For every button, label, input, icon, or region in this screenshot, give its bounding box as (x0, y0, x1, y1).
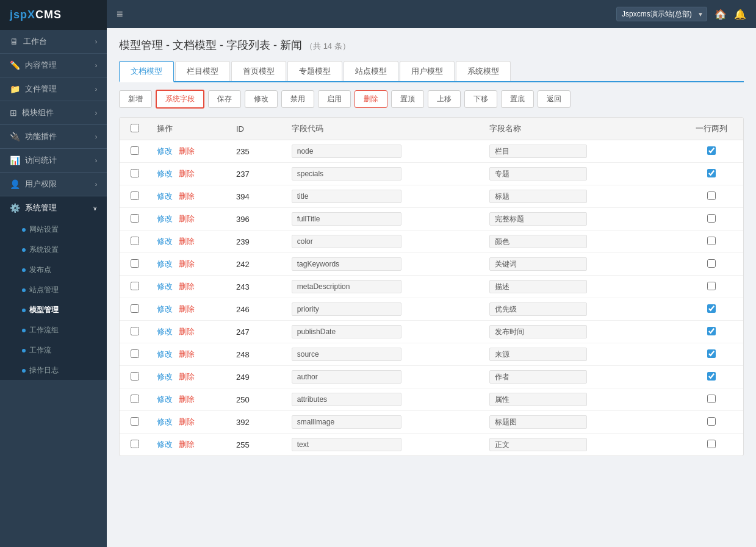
delete-button[interactable]: 删除 (355, 90, 387, 108)
sidebar-item-system[interactable]: ⚙️ 系统管理 ∨ (0, 196, 107, 220)
delete-link[interactable]: 删除 (179, 214, 195, 223)
select-all-checkbox[interactable] (131, 124, 139, 132)
delete-link[interactable]: 删除 (179, 169, 195, 178)
row-checkbox[interactable] (131, 304, 139, 313)
delete-link[interactable]: 删除 (179, 282, 195, 291)
sidebar-item-model-manage[interactable]: 模型管理 (0, 300, 107, 320)
system-field-button[interactable]: 系统字段 (156, 90, 204, 109)
row-checkbox[interactable] (131, 327, 139, 335)
field-code-input[interactable] (292, 348, 401, 361)
row-two-checkbox[interactable] (707, 327, 716, 335)
edit-link[interactable]: 修改 (157, 395, 173, 404)
row-checkbox[interactable] (131, 440, 139, 448)
field-name-input[interactable] (489, 370, 587, 384)
field-name-input[interactable] (489, 280, 587, 293)
bell-icon[interactable]: 🔔 (734, 9, 746, 20)
row-two-checkbox[interactable] (707, 304, 716, 313)
disable-button[interactable]: 禁用 (281, 90, 314, 108)
field-code-input[interactable] (292, 280, 401, 293)
edit-link[interactable]: 修改 (157, 304, 173, 313)
sidebar-group-stats[interactable]: 📊 访问统计 › (0, 149, 107, 173)
sidebar-item-site-manage[interactable]: 站点管理 (0, 280, 107, 300)
field-name-input[interactable] (489, 145, 587, 158)
edit-link[interactable]: 修改 (157, 327, 173, 336)
field-name-input[interactable] (489, 438, 587, 451)
delete-link[interactable]: 删除 (179, 349, 195, 359)
row-two-checkbox[interactable] (707, 146, 716, 155)
tab-user-model[interactable]: 用户模型 (400, 61, 455, 81)
site-selector[interactable]: Jspxcms演示站(总部) (616, 7, 707, 21)
field-name-input[interactable] (489, 167, 587, 181)
sidebar-group-system[interactable]: ⚙️ 系统管理 ∨ 网站设置 系统设置 发布点 站点管理 (0, 196, 107, 381)
delete-link[interactable]: 删除 (179, 304, 195, 313)
sidebar-item-content[interactable]: ✏️ 内容管理 › (0, 54, 107, 77)
field-code-input[interactable] (292, 393, 401, 406)
field-code-input[interactable] (292, 190, 401, 203)
enable-button[interactable]: 启用 (318, 90, 351, 108)
save-button[interactable]: 保存 (208, 90, 241, 108)
delete-link[interactable]: 删除 (179, 395, 195, 404)
sidebar-group-content[interactable]: ✏️ 内容管理 › (0, 54, 107, 77)
home-icon[interactable]: 🏠 (715, 9, 727, 20)
delete-link[interactable]: 删除 (179, 191, 195, 201)
edit-button[interactable]: 修改 (245, 90, 278, 108)
field-name-input[interactable] (489, 190, 587, 203)
edit-link[interactable]: 修改 (157, 282, 173, 291)
sidebar-item-user[interactable]: 👤 用户权限 › (0, 173, 107, 196)
field-code-input[interactable] (292, 145, 401, 158)
field-name-input[interactable] (489, 257, 587, 271)
field-code-input[interactable] (292, 212, 401, 226)
hamburger-icon[interactable]: ≡ (117, 8, 123, 21)
sidebar-item-publish[interactable]: 发布点 (0, 260, 107, 280)
sidebar-item-workbench[interactable]: 🖥 工作台 › (0, 30, 107, 53)
field-name-input[interactable] (489, 325, 587, 338)
field-code-input[interactable] (292, 415, 401, 429)
sidebar-item-workflow-group[interactable]: 工作流组 (0, 320, 107, 340)
sidebar-item-workflow[interactable]: 工作流 (0, 340, 107, 360)
delete-link[interactable]: 删除 (179, 372, 195, 381)
row-two-checkbox[interactable] (707, 259, 716, 268)
row-checkbox[interactable] (131, 191, 139, 200)
edit-link[interactable]: 修改 (157, 214, 173, 223)
field-code-input[interactable] (292, 235, 401, 248)
row-checkbox[interactable] (131, 237, 139, 245)
sidebar-group-user[interactable]: 👤 用户权限 › (0, 173, 107, 196)
row-checkbox[interactable] (131, 146, 139, 155)
sidebar-item-operation-log[interactable]: 操作日志 (0, 360, 107, 381)
tab-system-model[interactable]: 系统模型 (456, 61, 511, 81)
row-two-checkbox[interactable] (707, 349, 716, 358)
edit-link[interactable]: 修改 (157, 372, 173, 381)
tab-home-model[interactable]: 首页模型 (231, 61, 286, 81)
pin-top-button[interactable]: 置顶 (391, 90, 424, 108)
sidebar-item-site-settings[interactable]: 网站设置 (0, 220, 107, 240)
delete-link[interactable]: 删除 (179, 327, 195, 336)
row-two-checkbox[interactable] (707, 169, 716, 177)
row-two-checkbox[interactable] (707, 372, 716, 381)
add-button[interactable]: 新增 (119, 90, 152, 108)
field-name-input[interactable] (489, 415, 587, 429)
row-checkbox[interactable] (131, 169, 139, 177)
tab-special-model[interactable]: 专题模型 (287, 61, 342, 81)
edit-link[interactable]: 修改 (157, 169, 173, 178)
field-code-input[interactable] (292, 257, 401, 271)
field-name-input[interactable] (489, 393, 587, 406)
edit-link[interactable]: 修改 (157, 146, 173, 156)
tab-site-model[interactable]: 站点模型 (344, 61, 398, 81)
sidebar-group-file[interactable]: 📁 文件管理 › (0, 77, 107, 101)
edit-link[interactable]: 修改 (157, 191, 173, 201)
tab-column-model[interactable]: 栏目模型 (175, 61, 230, 81)
move-down-button[interactable]: 下移 (464, 90, 497, 108)
sidebar-group-workbench[interactable]: 🖥 工作台 › (0, 30, 107, 54)
sidebar-group-plugin[interactable]: 🔌 功能插件 › (0, 125, 107, 149)
row-checkbox[interactable] (131, 282, 139, 290)
row-two-checkbox[interactable] (707, 282, 716, 290)
sidebar-item-plugin[interactable]: 🔌 功能插件 › (0, 125, 107, 148)
sidebar-item-module[interactable]: ⊞ 模块组件 › (0, 101, 107, 124)
field-code-input[interactable] (292, 302, 401, 316)
row-two-checkbox[interactable] (707, 237, 716, 245)
delete-link[interactable]: 删除 (179, 146, 195, 156)
row-two-checkbox[interactable] (707, 440, 716, 448)
delete-link[interactable]: 删除 (179, 259, 195, 268)
field-name-input[interactable] (489, 235, 587, 248)
delete-link[interactable]: 删除 (179, 237, 195, 246)
